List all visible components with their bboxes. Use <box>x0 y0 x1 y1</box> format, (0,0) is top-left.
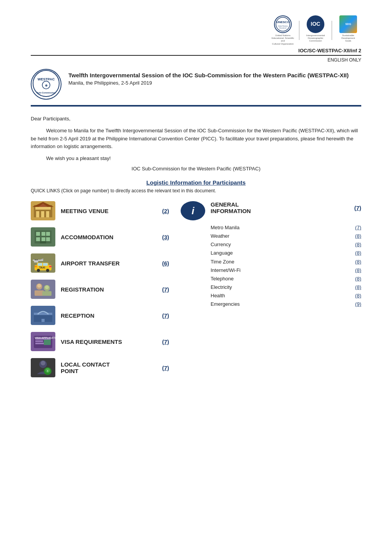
logistic-heading: Logistic Information for Participants <box>31 179 361 186</box>
salutation: Dear Participants, <box>31 116 361 122</box>
svg-rect-16 <box>46 211 49 217</box>
svg-rect-42 <box>31 280 55 299</box>
page: UNESCO United Nations Educational United… <box>0 0 392 555</box>
reception-label: RECEPTION <box>61 312 152 319</box>
visa-label: VISA REQUIREMENTS <box>61 338 152 345</box>
svg-rect-52 <box>42 319 45 322</box>
svg-text:VISA APPLICATION: VISA APPLICATION <box>35 337 55 339</box>
contact-page[interactable]: (7) <box>158 365 169 371</box>
meeting-venue-label: MEETING VENUE <box>61 208 152 214</box>
registration-label: REGISTRATION <box>61 286 152 293</box>
contact-label: LOCAL CONTACTPOINT <box>61 361 152 374</box>
visa-icon: VISA APPLICATION <box>31 332 55 351</box>
gi-health-page[interactable]: (8) <box>355 292 361 300</box>
svg-text:⊕: ⊕ <box>45 84 48 87</box>
sdg-sub: SustainableDevelopmentGoals <box>341 34 355 43</box>
sdg-label: SDG <box>345 23 351 26</box>
svg-point-37 <box>37 269 40 272</box>
meeting-venue-page[interactable]: (2) <box>158 208 169 214</box>
svg-rect-23 <box>46 232 50 236</box>
gi-language: Language (8) <box>211 249 361 257</box>
svg-rect-59 <box>44 340 51 345</box>
toc-item-contact: ! LOCAL CONTACTPOINT (7) <box>31 358 169 377</box>
lang-label: ENGLISH ONLY <box>31 57 361 63</box>
svg-point-47 <box>45 285 49 289</box>
accommodation-label: ACCOMMODATION <box>61 234 152 240</box>
svg-text:TAXI: TAXI <box>39 266 45 269</box>
gi-weather-label: Weather <box>211 232 229 240</box>
header-logos-area: UNESCO United Nations Educational United… <box>31 15 361 45</box>
gi-timezone: Time Zone (8) <box>211 258 361 266</box>
gi-timezone-label: Time Zone <box>211 258 234 266</box>
svg-rect-13 <box>35 207 51 210</box>
gi-weather-page[interactable]: (8) <box>355 232 361 240</box>
svg-rect-35 <box>38 263 42 266</box>
svg-point-0 <box>276 17 290 31</box>
gi-language-page[interactable]: (8) <box>355 249 361 257</box>
svg-rect-14 <box>36 211 39 217</box>
logos-container: UNESCO United Nations Educational United… <box>270 15 361 45</box>
svg-rect-39 <box>35 266 37 267</box>
gi-emergencies-page[interactable]: (9) <box>355 300 361 308</box>
general-info-page[interactable]: (7) <box>354 205 361 211</box>
gi-electricity-label: Electricity <box>211 283 232 292</box>
svg-text:UNESCO: UNESCO <box>276 20 289 24</box>
gi-weather: Weather (8) <box>211 232 361 240</box>
svg-point-38 <box>46 269 49 272</box>
svg-text:Sub-Commission: Sub-Commission <box>37 92 56 94</box>
gi-internet-page[interactable]: (8) <box>355 266 361 275</box>
gi-currency: Currency (8) <box>211 240 361 249</box>
svg-rect-22 <box>42 232 45 236</box>
airport-transfer-page[interactable]: (6) <box>158 260 169 267</box>
svg-rect-25 <box>42 237 45 241</box>
svg-rect-15 <box>41 211 44 217</box>
org-sign: IOC Sub-Commission for the Western Pacif… <box>31 166 361 172</box>
logo-divider-2 <box>332 21 332 40</box>
accommodation-icon <box>31 227 55 247</box>
body-paragraph: Welcome to Manila for the Twelfth Interg… <box>31 127 361 151</box>
svg-rect-31 <box>34 261 38 262</box>
title-section: WESTPAC ⊕ Sub-Commission Twelfth Intergo… <box>31 69 361 107</box>
gi-emergencies: Emergencies (9) <box>211 300 361 308</box>
svg-rect-27 <box>40 241 46 243</box>
accommodation-page[interactable]: (3) <box>158 234 169 240</box>
visa-page[interactable]: (7) <box>158 338 169 345</box>
unesco-sub: United NationsEducational, Scientific an… <box>270 34 296 45</box>
gi-internet-label: Internet/Wi-Fi <box>211 266 241 275</box>
session-location: Manila, the Philippines, 2-5 April 2019 <box>68 80 349 86</box>
quick-links-text: QUICK LINKS (Click on page number) to di… <box>31 188 361 193</box>
gi-health: Health (8) <box>211 292 361 300</box>
svg-text:United Nations: United Nations <box>278 25 288 27</box>
ioc-logo: IOC IntergovernmentalOceanographicCommis… <box>302 15 329 43</box>
toc-item-meeting-venue: MEETING VENUE (2) <box>31 201 169 220</box>
gi-telephone: Telephone (8) <box>211 275 361 283</box>
general-info-label: GENERALINFORMATION <box>211 201 343 214</box>
gi-telephone-label: Telephone <box>211 275 234 283</box>
gi-telephone-page[interactable]: (8) <box>355 275 361 283</box>
gi-metro-page[interactable]: (7) <box>355 223 361 232</box>
reception-page[interactable]: (7) <box>158 312 169 319</box>
gi-emergencies-label: Emergencies <box>211 300 240 308</box>
wish-line: We wish you a pleasant stay! <box>31 155 361 161</box>
gi-health-label: Health <box>211 292 225 300</box>
registration-page[interactable]: (7) <box>158 286 169 293</box>
airport-transfer-icon: TAXI TAXI <box>31 253 55 273</box>
contact-label-container: LOCAL CONTACTPOINT <box>61 361 152 374</box>
svg-rect-48 <box>42 291 51 296</box>
general-info-title-row: GENERALINFORMATION (7) <box>211 201 361 214</box>
airport-transfer-label: AIRPORT TRANSFER <box>61 260 152 267</box>
gi-electricity-page[interactable]: (8) <box>355 283 361 292</box>
toc-item-reception: RECEPTION (7) <box>31 306 169 325</box>
gi-electricity: Electricity (8) <box>211 283 361 292</box>
svg-rect-36 <box>43 263 48 266</box>
toc-item-registration: REGISTRATION (7) <box>31 280 169 299</box>
gi-currency-page[interactable]: (8) <box>355 240 361 249</box>
toc-item-visa: VISA APPLICATION VISA REQUIREMENTS (7) <box>31 332 169 351</box>
svg-text:TAXI: TAXI <box>35 259 38 261</box>
general-info-icon: i <box>181 201 205 220</box>
gi-metro-manila: Metro Manila (7) <box>211 223 361 232</box>
unesco-logo: UNESCO United Nations Educational United… <box>270 15 296 45</box>
gi-timezone-page[interactable]: (8) <box>355 258 361 266</box>
gi-currency-label: Currency <box>211 240 231 249</box>
gi-internet: Internet/Wi-Fi (8) <box>211 266 361 275</box>
